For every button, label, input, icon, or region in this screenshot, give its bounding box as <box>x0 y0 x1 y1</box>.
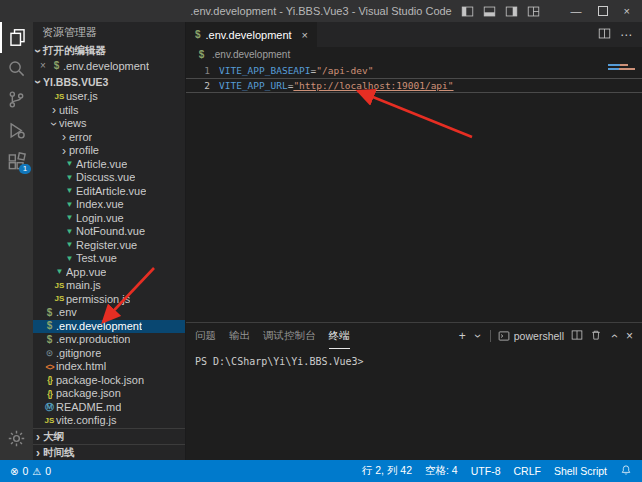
minimize-button[interactable]: — <box>571 5 582 17</box>
vue-file-icon: ▼ <box>53 268 66 276</box>
vue-file-icon: ▼ <box>63 187 76 195</box>
titlebar-actions: — × <box>461 5 642 18</box>
chevron-right-icon[interactable]: › <box>49 105 59 115</box>
chevron-right-icon[interactable]: › <box>59 132 69 142</box>
cursor-position-status[interactable]: 行 2, 列 42 <box>362 464 412 478</box>
file-label: .env <box>56 306 77 319</box>
encoding-status[interactable]: UTF-8 <box>471 465 501 477</box>
status-bar: ⊗ 0 ⚠ 0 行 2, 列 42空格: 4UTF-8CRLFShell Scr… <box>0 460 642 482</box>
file-item[interactable]: ▼Test.vue <box>33 252 185 266</box>
file-item[interactable]: JSuser.js <box>33 90 185 104</box>
terminal-dropdown-icon[interactable]: › <box>472 331 484 341</box>
code-token: VITE_APP_BASEAPI <box>219 65 311 76</box>
panel-actions: + › powershell › × <box>459 329 633 344</box>
js-file-icon: JS <box>53 295 66 303</box>
split-terminal-icon[interactable] <box>571 329 583 344</box>
breadcrumb[interactable]: $ .env.development <box>186 47 642 62</box>
file-item[interactable]: ▼Login.vue <box>33 212 185 226</box>
code-editor[interactable]: 1VITE_APP_BASEAPI="/api-dev"2VITE_APP_UR… <box>186 62 642 322</box>
toggle-panel-icon[interactable] <box>483 5 496 18</box>
file-item[interactable]: $.env <box>33 306 185 320</box>
more-actions-icon[interactable]: ⋯ <box>620 28 633 42</box>
file-item[interactable]: ▼Article.vue <box>33 158 185 172</box>
chevron-down-icon: › <box>33 77 43 87</box>
close-panel-icon[interactable]: × <box>626 330 633 342</box>
new-terminal-icon[interactable]: + <box>459 330 466 342</box>
close-icon[interactable]: × <box>40 61 50 71</box>
file-item[interactable]: ▼Discuss.vue <box>33 171 185 185</box>
explorer-icon[interactable] <box>0 22 33 53</box>
toggle-secondary-sidebar-icon[interactable] <box>505 5 518 18</box>
sidebar-bottom-sections: ›大纲›时间线 <box>33 428 185 460</box>
file-label: package-lock.json <box>56 374 144 387</box>
terminal-content[interactable]: PS D:\CSharp\Yi\Yi.BBS.Vue3> <box>186 349 642 460</box>
editor-tab[interactable]: $ .env.development × <box>186 22 317 47</box>
notifications-bell-icon[interactable] <box>620 464 632 478</box>
file-item[interactable]: ▼EditArticle.vue <box>33 185 185 199</box>
file-item[interactable]: ⓂREADME.md <box>33 401 185 415</box>
close-window-button[interactable]: × <box>624 5 630 17</box>
language-mode-status[interactable]: Shell Script <box>554 465 607 477</box>
file-label: vite.config.js <box>56 414 117 427</box>
timeline-section-header[interactable]: ›时间线 <box>33 444 185 460</box>
maximize-panel-icon[interactable]: › <box>608 331 620 341</box>
file-item[interactable]: ▼NotFound.vue <box>33 225 185 239</box>
file-item[interactable]: {}package.json <box>33 387 185 401</box>
separator <box>490 330 491 342</box>
file-label: Article.vue <box>76 158 127 171</box>
settings-gear-icon[interactable] <box>0 423 33 454</box>
terminal-profile-label: powershell <box>514 330 564 342</box>
file-label: .env.production <box>56 333 130 346</box>
chevron-down-icon[interactable]: › <box>49 119 59 129</box>
error-icon: ⊗ <box>10 466 18 477</box>
chevron-right-icon[interactable]: › <box>59 146 69 156</box>
problems-status[interactable]: ⊗ 0 ⚠ 0 <box>10 465 51 477</box>
source-control-icon[interactable] <box>0 84 33 115</box>
js-file-icon: JS <box>43 417 56 425</box>
open-editors-header[interactable]: › 打开的编辑器 <box>33 42 185 59</box>
file-item[interactable]: ▼App.vue <box>33 266 185 280</box>
folder-item[interactable]: ›views <box>33 117 185 131</box>
terminal-profile-item[interactable]: powershell <box>498 330 564 342</box>
file-item[interactable]: $.env.development <box>33 320 185 334</box>
search-icon[interactable] <box>0 53 33 84</box>
panel-tab-output[interactable]: 输出 <box>229 323 250 349</box>
extensions-icon[interactable]: 1 <box>0 146 33 177</box>
file-item[interactable]: {}package-lock.json <box>33 374 185 388</box>
open-editor-item[interactable]: × $ .env.development <box>33 59 185 73</box>
close-tab-icon[interactable]: × <box>302 29 308 41</box>
file-tree: JSuser.js›utils›views›error›profile▼Arti… <box>33 90 185 428</box>
minimap[interactable] <box>608 64 640 72</box>
indentation-status[interactable]: 空格: 4 <box>425 464 458 478</box>
chevron-down-icon: › <box>33 46 43 56</box>
toggle-sidebar-icon[interactable] <box>461 5 474 18</box>
code-token: VITE_APP_URL <box>219 80 288 91</box>
project-root-header[interactable]: › YI.BBS.VUE3 <box>33 73 185 90</box>
file-label: main.js <box>66 279 101 292</box>
file-item[interactable]: ▼Register.vue <box>33 239 185 253</box>
panel-tab-terminal[interactable]: 终端 <box>329 323 350 349</box>
file-label: NotFound.vue <box>76 225 145 238</box>
file-item[interactable]: JSpermission.js <box>33 293 185 307</box>
folder-item[interactable]: ›utils <box>33 104 185 118</box>
folder-item[interactable]: ›error <box>33 131 185 145</box>
file-item[interactable]: ⊙.gitignore <box>33 347 185 361</box>
file-item[interactable]: $.env.production <box>33 333 185 347</box>
warning-count: 0 <box>45 465 51 477</box>
outline-section-header[interactable]: ›大纲 <box>33 428 185 444</box>
folder-item[interactable]: ›profile <box>33 144 185 158</box>
code-line: 1VITE_APP_BASEAPI="/api-dev" <box>186 63 642 78</box>
open-editor-label: .env.development <box>63 60 149 72</box>
split-editor-icon[interactable] <box>598 27 611 43</box>
file-item[interactable]: JSvite.config.js <box>33 414 185 428</box>
customize-layout-icon[interactable] <box>527 5 540 18</box>
maximize-button[interactable] <box>598 6 608 16</box>
run-debug-icon[interactable] <box>0 115 33 146</box>
eol-status[interactable]: CRLF <box>513 465 540 477</box>
panel-tab-debug-console[interactable]: 调试控制台 <box>263 323 316 349</box>
file-item[interactable]: <>index.html <box>33 360 185 374</box>
panel-tab-problems[interactable]: 问题 <box>195 323 216 349</box>
file-item[interactable]: ▼Index.vue <box>33 198 185 212</box>
file-item[interactable]: JSmain.js <box>33 279 185 293</box>
kill-terminal-icon[interactable] <box>590 329 602 344</box>
